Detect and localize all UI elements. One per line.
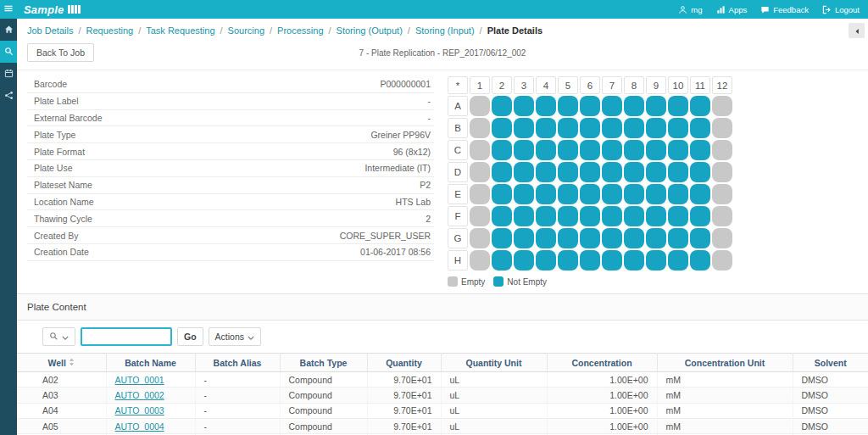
well-H10[interactable] xyxy=(668,250,688,270)
well-G07[interactable] xyxy=(602,228,622,248)
well-F07[interactable] xyxy=(602,206,622,226)
well-B09[interactable] xyxy=(646,118,666,138)
well-G04[interactable] xyxy=(536,228,556,248)
well-B12[interactable] xyxy=(712,118,732,138)
well-B11[interactable] xyxy=(690,118,710,138)
well-D05[interactable] xyxy=(558,162,578,182)
well-H01[interactable] xyxy=(470,250,490,270)
well-E09[interactable] xyxy=(646,184,666,204)
well-C07[interactable] xyxy=(602,140,622,160)
well-G05[interactable] xyxy=(558,228,578,248)
well-C05[interactable] xyxy=(558,140,578,160)
batch-name-link[interactable]: AUTO_0004 xyxy=(115,421,164,432)
breadcrumb-link[interactable]: Storing (Input) xyxy=(415,25,475,36)
well-D06[interactable] xyxy=(580,162,600,182)
well-B01[interactable] xyxy=(470,118,490,138)
well-H11[interactable] xyxy=(690,250,710,270)
column-header-solvent[interactable]: Solvent xyxy=(793,354,868,372)
well-H02[interactable] xyxy=(492,250,512,270)
hamburger-menu-button[interactable] xyxy=(0,0,17,19)
sidebar-item-share[interactable] xyxy=(0,85,17,107)
well-F06[interactable] xyxy=(580,206,600,226)
well-E06[interactable] xyxy=(580,184,600,204)
well-C11[interactable] xyxy=(690,140,710,160)
well-D11[interactable] xyxy=(690,162,710,182)
column-header-concentration-unit[interactable]: Concentration Unit xyxy=(657,354,793,372)
well-B02[interactable] xyxy=(492,118,512,138)
well-H07[interactable] xyxy=(602,250,622,270)
well-F02[interactable] xyxy=(492,206,512,226)
well-C08[interactable] xyxy=(624,140,644,160)
well-A11[interactable] xyxy=(690,96,710,116)
batch-name-link[interactable]: AUTO_0001 xyxy=(115,375,164,385)
back-to-job-button[interactable]: Back To Job xyxy=(27,43,94,62)
well-G09[interactable] xyxy=(646,228,666,248)
well-G10[interactable] xyxy=(668,228,688,248)
column-header-concentration[interactable]: Concentration xyxy=(547,354,657,372)
well-E01[interactable] xyxy=(470,184,490,204)
well-C10[interactable] xyxy=(668,140,688,160)
well-F12[interactable] xyxy=(712,206,732,226)
well-A09[interactable] xyxy=(646,96,666,116)
well-F10[interactable] xyxy=(668,206,688,226)
well-C04[interactable] xyxy=(536,140,556,160)
well-E04[interactable] xyxy=(536,184,556,204)
column-header-well[interactable]: Well xyxy=(17,354,106,372)
well-D04[interactable] xyxy=(536,162,556,182)
column-header-quantity[interactable]: Quantity xyxy=(367,354,441,372)
well-A02[interactable] xyxy=(492,96,512,116)
breadcrumb-link[interactable]: Sourcing xyxy=(228,25,264,36)
well-F05[interactable] xyxy=(558,206,578,226)
well-G12[interactable] xyxy=(712,228,732,248)
well-C06[interactable] xyxy=(580,140,600,160)
well-G08[interactable] xyxy=(624,228,644,248)
well-D09[interactable] xyxy=(646,162,666,182)
breadcrumb-link[interactable]: Requesting xyxy=(86,25,133,36)
well-A05[interactable] xyxy=(558,96,578,116)
well-C09[interactable] xyxy=(646,140,666,160)
well-B05[interactable] xyxy=(558,118,578,138)
well-E12[interactable] xyxy=(712,184,732,204)
well-E08[interactable] xyxy=(624,184,644,204)
well-A01[interactable] xyxy=(470,96,490,116)
well-C01[interactable] xyxy=(470,140,490,160)
actions-button[interactable]: Actions xyxy=(209,327,261,346)
well-A10[interactable] xyxy=(668,96,688,116)
nav-item-feedback[interactable]: Feedback xyxy=(760,5,809,14)
sidebar-item-search[interactable] xyxy=(0,41,17,63)
well-B03[interactable] xyxy=(514,118,534,138)
well-G01[interactable] xyxy=(470,228,490,248)
well-H08[interactable] xyxy=(624,250,644,270)
well-B04[interactable] xyxy=(536,118,556,138)
column-header-batch-type[interactable]: Batch Type xyxy=(280,354,367,372)
column-header-batch-name[interactable]: Batch Name xyxy=(106,354,195,372)
well-A07[interactable] xyxy=(602,96,622,116)
well-B06[interactable] xyxy=(580,118,600,138)
well-H05[interactable] xyxy=(558,250,578,270)
well-F04[interactable] xyxy=(536,206,556,226)
go-button[interactable]: Go xyxy=(177,327,203,346)
search-column-dropdown-button[interactable] xyxy=(42,327,75,346)
well-A03[interactable] xyxy=(514,96,534,116)
well-D03[interactable] xyxy=(514,162,534,182)
nav-item-mg[interactable]: mg xyxy=(678,5,702,14)
well-G02[interactable] xyxy=(492,228,512,248)
well-F11[interactable] xyxy=(690,206,710,226)
well-F03[interactable] xyxy=(514,206,534,226)
batch-name-link[interactable]: AUTO_0003 xyxy=(115,405,164,415)
well-D07[interactable] xyxy=(602,162,622,182)
well-H12[interactable] xyxy=(712,250,732,270)
breadcrumb-link[interactable]: Processing xyxy=(277,25,323,36)
well-C03[interactable] xyxy=(514,140,534,160)
sidebar-item-calendar[interactable] xyxy=(0,63,17,85)
well-H03[interactable] xyxy=(514,250,534,270)
breadcrumb-link[interactable]: Task Requesting xyxy=(146,25,214,36)
well-D02[interactable] xyxy=(492,162,512,182)
breadcrumb-link[interactable]: Job Details xyxy=(27,25,73,36)
well-H06[interactable] xyxy=(580,250,600,270)
well-B08[interactable] xyxy=(624,118,644,138)
well-G03[interactable] xyxy=(514,228,534,248)
well-A06[interactable] xyxy=(580,96,600,116)
sidebar-item-home[interactable] xyxy=(0,19,17,41)
well-C12[interactable] xyxy=(712,140,732,160)
